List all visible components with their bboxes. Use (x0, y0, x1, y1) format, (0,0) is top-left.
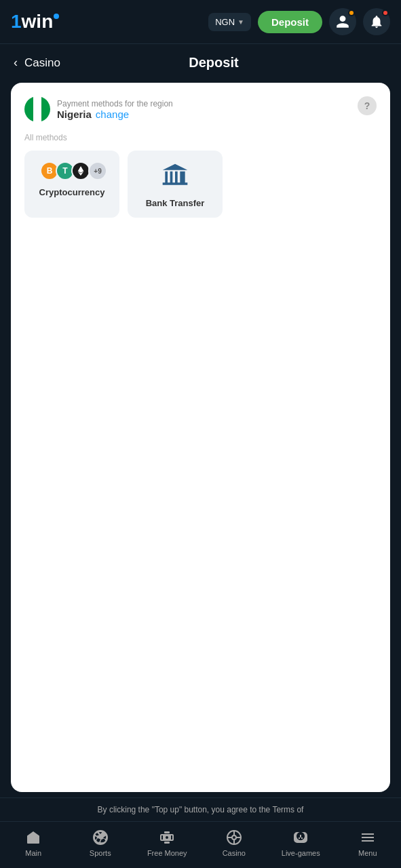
nav-item-main[interactable]: Main (13, 829, 54, 857)
nav-label-main: Main (25, 849, 41, 857)
svg-point-4 (232, 835, 236, 840)
free-money-icon (158, 829, 176, 846)
nav-item-free-money[interactable]: Free Money (147, 829, 187, 857)
help-button[interactable]: ? (358, 96, 377, 115)
nigeria-flag-icon (24, 96, 50, 122)
logo: 1win (11, 11, 59, 33)
terms-bar: By clicking the "Top up" button, you agr… (0, 797, 401, 821)
nav-label-live-games: Live-games (282, 849, 320, 857)
nav-label-free-money: Free Money (147, 849, 187, 857)
nav-item-live-games[interactable]: Live-games (280, 829, 321, 857)
chevron-down-icon: ▼ (237, 18, 244, 26)
method-card-bank-transfer[interactable]: Bank Transfer (128, 151, 223, 218)
menu-icon (359, 829, 377, 846)
casino-icon (225, 829, 243, 846)
bank-icon-wrapper (158, 161, 192, 191)
back-button[interactable]: ‹ (14, 56, 18, 70)
more-crypto-icon: +9 (88, 161, 107, 180)
nav-item-sports[interactable]: Sports (80, 829, 121, 857)
notifications-badge (382, 9, 389, 16)
profile-icon (335, 14, 350, 29)
header-right: NGN ▼ Deposit (208, 8, 390, 35)
nav-item-menu[interactable]: Menu (347, 829, 388, 857)
nav-label-sports: Sports (90, 849, 111, 857)
bank-transfer-label: Bank Transfer (146, 198, 205, 208)
profile-button[interactable] (329, 8, 356, 35)
nav-item-casino[interactable]: Casino (214, 829, 254, 857)
region-name: Nigeriachange (57, 108, 173, 120)
nav-label-casino: Casino (223, 849, 246, 857)
bank-icon (160, 161, 190, 191)
terms-text: By clicking the "Top up" button, you agr… (98, 805, 304, 814)
all-methods-label: All methods (24, 133, 377, 142)
page-title: Deposit (67, 55, 360, 71)
breadcrumb-casino[interactable]: Casino (24, 56, 60, 70)
page-nav: ‹ Casino Deposit (0, 44, 401, 77)
currency-selector[interactable]: NGN ▼ (208, 13, 251, 31)
region-left: Payment methods for the region Nigeriach… (24, 96, 173, 122)
nav-label-menu: Menu (358, 849, 377, 857)
crypto-icons: B T +9 (40, 161, 104, 180)
change-link[interactable]: change (96, 108, 129, 120)
cryptocurrency-label: Cryptocurrency (39, 187, 105, 197)
svg-rect-2 (164, 842, 170, 844)
live-games-icon (292, 829, 309, 846)
bottom-nav: Main Sports Free Money Casino Live-games… (0, 821, 401, 868)
bell-icon (369, 14, 384, 29)
profile-badge (348, 9, 355, 16)
region-text: Payment methods for the region Nigeriach… (57, 99, 173, 120)
region-name-text: Nigeria (57, 108, 92, 120)
methods-grid: B T +9 Cryptocurrency Bank Transfer (24, 151, 377, 218)
deposit-button[interactable]: Deposit (258, 11, 322, 33)
main-icon (24, 829, 42, 846)
ethereum-icon (71, 161, 90, 180)
sports-icon (92, 829, 109, 846)
header: 1win NGN ▼ Deposit (0, 0, 401, 44)
method-card-cryptocurrency[interactable]: B T +9 Cryptocurrency (24, 151, 119, 218)
svg-rect-1 (164, 831, 170, 833)
region-header: Payment methods for the region Nigeriach… (24, 96, 377, 122)
region-label: Payment methods for the region (57, 99, 173, 108)
payment-card: Payment methods for the region Nigeriach… (11, 83, 390, 792)
notifications-button[interactable] (363, 8, 390, 35)
currency-label: NGN (215, 17, 235, 27)
logo-dot (54, 14, 59, 19)
